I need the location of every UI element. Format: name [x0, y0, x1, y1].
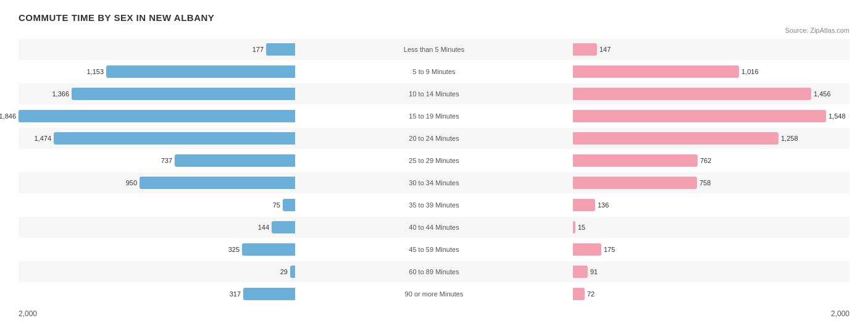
axis-row: 2,000 2,000 — [19, 307, 849, 321]
female-value: 72 — [587, 290, 595, 298]
female-value: 175 — [604, 246, 615, 253]
female-bar-container: 72 — [502, 288, 849, 300]
row-label: 5 to 9 Minutes — [366, 68, 502, 75]
male-value: 737 — [161, 157, 172, 164]
male-bar-container: 1,153 — [19, 65, 366, 78]
row-label: 15 to 19 Minutes — [366, 112, 502, 120]
male-value: 950 — [126, 179, 137, 187]
male-bar-container: 1,846 — [19, 110, 366, 122]
female-bar: 1,548 — [573, 110, 826, 122]
male-bar: 144 — [272, 221, 295, 233]
chart-row: 90 or more Minutes31772 — [19, 283, 849, 304]
male-bar-container: 1,366 — [19, 88, 366, 100]
female-bar-container: 1,456 — [502, 88, 849, 100]
male-value: 1,474 — [34, 135, 51, 142]
male-bar-container: 29 — [19, 266, 366, 278]
male-bar: 950 — [140, 177, 295, 189]
female-bar-container: 175 — [502, 243, 849, 256]
chart-container: COMMUTE TIME BY SEX IN NEW ALBANY Source… — [19, 12, 849, 323]
row-label: 25 to 29 Minutes — [366, 157, 502, 164]
chart-row: 30 to 34 Minutes950758 — [19, 172, 849, 193]
female-bar-container: 147 — [502, 43, 849, 56]
male-bar: 75 — [283, 199, 295, 211]
chart-row: 45 to 59 Minutes325175 — [19, 239, 849, 260]
male-bar-container: 317 — [19, 288, 366, 300]
male-value: 1,366 — [52, 90, 69, 98]
male-bar: 1,474 — [54, 132, 295, 145]
male-bar: 317 — [243, 288, 295, 300]
male-bar-container: 144 — [19, 221, 366, 233]
female-value: 1,016 — [741, 68, 759, 75]
female-bar: 147 — [573, 43, 597, 56]
female-bar-container: 136 — [502, 199, 849, 211]
female-bar-container: 762 — [502, 154, 849, 167]
male-value: 177 — [252, 46, 264, 53]
male-value: 325 — [228, 246, 240, 253]
female-bar-container: 15 — [502, 221, 849, 233]
female-bar-container: 91 — [502, 266, 849, 278]
row-label: 35 to 39 Minutes — [366, 201, 502, 209]
male-bar: 29 — [290, 266, 295, 278]
male-bar-container: 75 — [19, 199, 366, 211]
chart-row: 40 to 44 Minutes14415 — [19, 217, 849, 238]
female-bar: 758 — [573, 177, 697, 189]
male-bar: 1,366 — [72, 88, 295, 100]
female-value: 147 — [599, 46, 611, 53]
row-label: 90 or more Minutes — [366, 290, 502, 298]
female-bar: 175 — [573, 243, 601, 256]
chart-row: Less than 5 Minutes177147 — [19, 39, 849, 60]
row-label: 60 to 89 Minutes — [366, 268, 502, 275]
female-bar: 762 — [573, 154, 698, 167]
male-bar: 1,846 — [19, 110, 295, 122]
female-bar: 1,456 — [573, 88, 811, 100]
female-bar: 1,016 — [573, 65, 739, 78]
chart-row: 5 to 9 Minutes1,1531,016 — [19, 61, 849, 82]
female-value: 1,548 — [828, 112, 846, 120]
female-value: 1,258 — [781, 135, 798, 142]
row-label: 20 to 24 Minutes — [366, 135, 502, 142]
female-value: 136 — [598, 201, 609, 209]
female-value: 1,456 — [814, 90, 831, 98]
male-bar: 325 — [242, 243, 295, 256]
female-bar-container: 758 — [502, 177, 849, 189]
row-label: 30 to 34 Minutes — [366, 179, 502, 187]
male-value: 75 — [273, 201, 280, 209]
axis-right-label: 2,000 — [831, 309, 849, 318]
female-bar-container: 1,258 — [502, 132, 849, 145]
row-label: 40 to 44 Minutes — [366, 224, 502, 231]
male-value: 1,846 — [0, 112, 16, 120]
female-bar-container: 1,548 — [502, 110, 849, 122]
row-label: Less than 5 Minutes — [366, 46, 502, 53]
male-bar: 1,153 — [106, 65, 295, 78]
male-bar-container: 177 — [19, 43, 366, 56]
male-value: 1,153 — [86, 68, 104, 75]
male-value: 144 — [258, 224, 269, 231]
male-bar: 177 — [266, 43, 295, 56]
male-bar-container: 325 — [19, 243, 366, 256]
male-bar-container: 950 — [19, 177, 366, 189]
row-label: 10 to 14 Minutes — [366, 90, 502, 98]
chart-row: 35 to 39 Minutes75136 — [19, 195, 849, 216]
chart-row: 15 to 19 Minutes1,8461,548 — [19, 106, 849, 127]
male-bar-container: 1,474 — [19, 132, 366, 145]
female-value: 762 — [700, 157, 711, 164]
female-bar: 15 — [573, 221, 575, 233]
male-bar: 737 — [175, 154, 295, 167]
female-value: 15 — [578, 224, 585, 231]
chart-row: 10 to 14 Minutes1,3661,456 — [19, 83, 849, 104]
chart-title: COMMUTE TIME BY SEX IN NEW ALBANY — [19, 12, 849, 23]
male-value: 29 — [280, 268, 288, 275]
chart-row: 60 to 89 Minutes2991 — [19, 261, 849, 282]
chart-row: 25 to 29 Minutes737762 — [19, 150, 849, 171]
male-bar-container: 737 — [19, 154, 366, 167]
female-bar: 91 — [573, 266, 588, 278]
female-bar-container: 1,016 — [502, 65, 849, 78]
female-value: 758 — [699, 179, 711, 187]
chart-row: 20 to 24 Minutes1,4741,258 — [19, 128, 849, 149]
female-bar: 136 — [573, 199, 595, 211]
male-value: 317 — [230, 290, 241, 298]
female-value: 91 — [590, 268, 598, 275]
chart-area: Less than 5 Minutes1771475 to 9 Minutes1… — [19, 39, 849, 304]
female-bar: 72 — [573, 288, 585, 300]
source-label: Source: ZipAtlas.com — [19, 27, 849, 34]
